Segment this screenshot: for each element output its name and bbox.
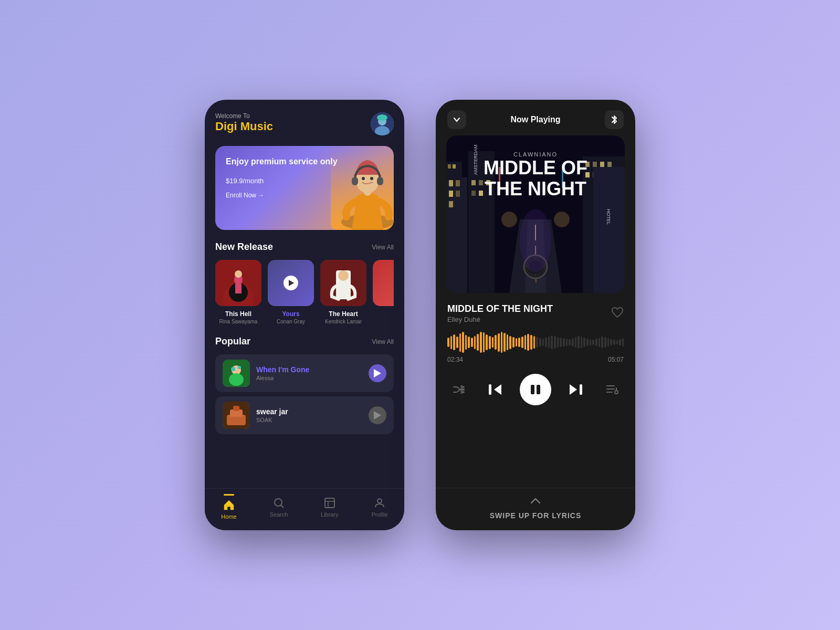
wave-bar-4 — [459, 333, 461, 352]
popular-item-swear-jar[interactable]: swear jar SOAK — [215, 396, 394, 434]
release-card-this-hell[interactable]: This Hell Rina Sawayama — [215, 260, 261, 324]
album-art-container: AMSTERDAM HOTE — [436, 135, 635, 293]
release-card-the-heart[interactable]: The Heart Kendrick Lamar — [320, 260, 366, 324]
play-pause-button[interactable] — [520, 374, 551, 405]
current-time: 02:34 — [447, 356, 463, 363]
wave-bar-50 — [595, 339, 597, 346]
song-info: MIDDLE OF THE NIGHT Elley Duhé — [436, 303, 635, 323]
popular-name-when-im-gone: When I'm Gone — [256, 365, 362, 374]
wave-bar-2 — [453, 334, 455, 350]
swipe-up-icon — [529, 497, 542, 507]
svg-rect-33 — [325, 498, 334, 508]
progress-section: 02:34 05:07 — [436, 332, 635, 363]
wave-bar-33 — [545, 338, 547, 347]
wave-bar-17 — [498, 333, 500, 352]
release-name-the-heart: The Heart — [320, 310, 366, 318]
svg-point-22 — [229, 373, 244, 386]
nav-home[interactable]: Home — [221, 494, 236, 520]
popular-info-swear-jar: swear jar SOAK — [256, 407, 362, 423]
lyrics-section[interactable]: SWIPE UP FOR Lyrics — [436, 488, 635, 530]
wave-bar-42 — [572, 338, 574, 346]
wave-bar-59 — [622, 338, 624, 346]
release-artist-yours: Conan Gray — [268, 319, 314, 324]
wave-bar-10 — [477, 334, 479, 351]
waveform[interactable] — [447, 332, 624, 353]
popular-view-all[interactable]: View All — [372, 338, 394, 345]
popular-artist-alessa: Alessa — [256, 375, 362, 381]
release-thumb-yours — [268, 260, 314, 306]
nav-search[interactable]: Search — [269, 497, 288, 518]
release-thumb-this-hell — [215, 260, 261, 306]
wave-bar-32 — [542, 339, 544, 346]
wave-bar-15 — [492, 337, 494, 348]
popular-artist-soak: SOAK — [256, 417, 362, 423]
release-name-yours: Yours — [268, 310, 314, 318]
app-title: Digi Music — [215, 120, 273, 133]
svg-marker-25 — [374, 369, 381, 377]
wave-bar-16 — [495, 335, 497, 350]
wave-bar-8 — [471, 338, 473, 347]
wave-bar-55 — [610, 339, 612, 345]
shuffle-button[interactable] — [447, 378, 470, 401]
popular-title: Popular — [215, 336, 250, 347]
wave-bar-25 — [521, 337, 523, 348]
queue-button[interactable] — [601, 378, 624, 401]
wave-bar-57 — [616, 340, 618, 344]
release-card-partial[interactable] — [373, 260, 394, 324]
wave-bar-11 — [480, 332, 482, 353]
song-artist: Elley Duhé — [447, 316, 553, 323]
popular-header: Popular View All — [215, 336, 394, 347]
wave-bar-28 — [530, 335, 532, 350]
popular-item-when-im-gone[interactable]: When I'm Gone Alessa — [215, 354, 394, 392]
wave-bar-14 — [489, 336, 491, 349]
nav-library-label: Library — [321, 511, 339, 518]
wave-bar-54 — [607, 338, 610, 346]
popular-name-swear-jar: swear jar — [256, 407, 362, 416]
wave-bar-20 — [507, 334, 509, 350]
like-button[interactable] — [611, 307, 624, 321]
minimize-button[interactable] — [447, 110, 466, 129]
wave-bar-40 — [566, 339, 568, 346]
premium-banner[interactable]: Enjoy premium service only $19.9/month E… — [215, 146, 394, 230]
wave-bar-51 — [598, 338, 601, 347]
wave-bar-43 — [575, 337, 577, 348]
wave-bar-13 — [486, 334, 488, 350]
song-title: MIDDLE OF THE NIGHT — [447, 303, 553, 314]
right-phone: Now Playing — [436, 100, 635, 530]
next-button[interactable] — [564, 378, 587, 401]
svg-rect-81 — [489, 384, 491, 395]
wave-bar-47 — [586, 339, 589, 346]
svg-point-31 — [275, 499, 282, 506]
wave-bar-31 — [539, 338, 541, 346]
bluetooth-button[interactable] — [605, 110, 624, 129]
svg-point-77 — [520, 209, 551, 272]
wave-bar-38 — [560, 338, 562, 347]
svg-marker-80 — [494, 384, 501, 395]
nav-profile-label: Profile — [371, 511, 387, 518]
previous-button[interactable] — [484, 378, 507, 401]
release-card-yours[interactable]: Yours Conan Gray — [268, 260, 314, 324]
new-release-header: New Release View All — [215, 242, 394, 253]
play-icon-yours[interactable] — [284, 276, 298, 290]
svg-line-32 — [281, 505, 284, 508]
new-release-view-all[interactable]: View All — [372, 244, 394, 251]
enroll-button[interactable]: Enroll Now → — [226, 192, 383, 199]
album-art: AMSTERDAM HOTE — [446, 135, 625, 293]
wave-bar-56 — [613, 340, 615, 345]
popular-play-when-im-gone[interactable] — [369, 364, 386, 382]
wave-bar-35 — [551, 335, 553, 349]
wave-bar-7 — [468, 337, 470, 348]
avatar[interactable] — [371, 112, 394, 135]
svg-point-24 — [238, 366, 241, 369]
nav-profile[interactable]: Profile — [371, 497, 387, 518]
popular-thumb-swear-jar — [223, 402, 250, 429]
wave-bar-44 — [578, 336, 580, 349]
popular-play-swear-jar[interactable] — [369, 406, 386, 424]
svg-rect-29 — [233, 406, 239, 411]
nav-library[interactable]: Library — [321, 497, 339, 518]
wave-bar-45 — [581, 337, 583, 348]
wave-bar-34 — [548, 337, 550, 348]
svg-rect-43 — [449, 201, 453, 207]
svg-point-16 — [235, 270, 242, 278]
svg-rect-82 — [531, 385, 534, 394]
